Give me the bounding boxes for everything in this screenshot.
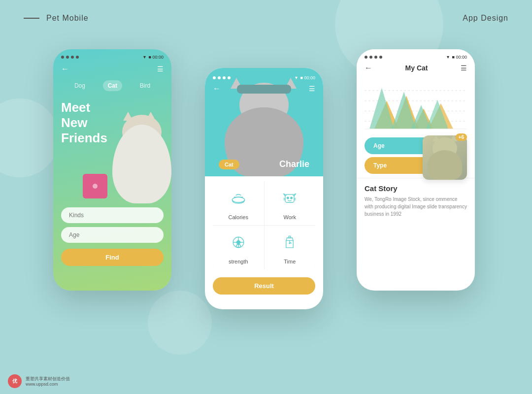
hero-line-3: Friends — [61, 131, 107, 145]
svg-rect-2 — [285, 195, 294, 202]
svg-marker-24 — [369, 88, 394, 129]
time-label: Time — [284, 259, 296, 264]
hero-line-2: New — [61, 115, 87, 130]
watermark-slogan: 重塑共享素材创造价值 — [26, 376, 70, 382]
bg-decoration-circle-3 — [148, 291, 212, 355]
bowl-svg — [230, 189, 247, 207]
chart-svg — [365, 80, 467, 131]
dot-4 — [76, 56, 79, 59]
activity-chart — [357, 76, 475, 135]
watermark: 优 重塑共享素材创造价值 www.uppsd.com — [8, 374, 70, 388]
signal-dots — [61, 56, 79, 59]
watermark-logo-text: 优 — [12, 378, 17, 385]
svg-point-15 — [289, 243, 290, 244]
svg-marker-25 — [392, 92, 416, 129]
grid-cell-time: Time — [265, 226, 316, 269]
hero-line-1: Meet — [61, 100, 90, 115]
status-bar-1: ▾ ■ 00:00 — [53, 49, 171, 62]
watermark-url: www.uppsd.com — [26, 382, 70, 387]
tab-bird[interactable]: Bird — [135, 80, 155, 91]
status-bar-3: ▾ ■ 00:00 — [357, 49, 475, 62]
dot2-2 — [218, 76, 221, 79]
cat-photo-inner — [423, 135, 467, 180]
wifi-icon-3: ▾ — [447, 54, 449, 60]
grid-cell-work: Work — [265, 181, 316, 225]
cat-work-icon — [281, 189, 299, 210]
calories-label: Calories — [229, 214, 248, 220]
time-icon — [281, 233, 299, 255]
grid-cell-strength: strength — [213, 226, 264, 269]
work-label: Work — [284, 214, 296, 220]
menu-icon-3[interactable]: ☰ — [461, 64, 467, 72]
page-header: Pet Mobile App Design — [0, 14, 532, 23]
info-cards: +6 Age Type — [357, 135, 475, 176]
status-bar-2: ▾ ■ 00:00 — [205, 73, 323, 82]
mycat-title: My Cat — [405, 64, 428, 72]
plus-badge: +6 — [456, 133, 467, 141]
back-button-1[interactable]: ← — [61, 65, 69, 73]
header-line-decoration — [24, 18, 39, 19]
hero-section-1: Meet New Friends — [53, 95, 171, 203]
status-right-2: ▾ ■ 00:00 — [295, 75, 315, 80]
dot-1 — [61, 56, 64, 59]
watermark-info: 重塑共享素材创造价值 www.uppsd.com — [26, 376, 70, 387]
phone2-header: ▾ ■ 00:00 ← ☰ Cat Charlie — [205, 68, 323, 176]
cat-svg — [281, 189, 299, 207]
dot2-1 — [213, 76, 216, 79]
battery-text-3: ■ 00:00 — [452, 55, 467, 60]
phone-2-detail: ▾ ■ 00:00 ← ☰ Cat Charlie — [205, 68, 323, 309]
dot-3 — [71, 56, 74, 59]
hero-title: Meet New Friends — [61, 100, 164, 146]
tab-cat[interactable]: Cat — [103, 80, 122, 91]
battery-text-2: ■ 00:00 — [300, 75, 315, 80]
nav-bar-1: ← ☰ — [53, 62, 171, 76]
back-button-3[interactable]: ← — [365, 64, 372, 72]
header-title: Pet Mobile — [46, 14, 89, 23]
cat-photo-3 — [423, 135, 467, 180]
cat-story-text: We, TongRo Image Stock, since ommence wi… — [365, 196, 467, 218]
wifi-icon: ▾ — [143, 54, 146, 60]
nav-bar-3: ← My Cat ☰ — [357, 62, 475, 76]
dot-2 — [66, 56, 69, 59]
cat-story-section: Cat Story We, TongRo Image Stock, since … — [357, 178, 475, 222]
phone-1-search: ▾ ■ 00:00 ← ☰ Dog Cat Bird Meet New Frie… — [53, 49, 171, 291]
time-svg — [281, 233, 299, 251]
tab-dog[interactable]: Dog — [69, 80, 90, 91]
wheel-icon — [230, 233, 247, 255]
svg-point-3 — [287, 197, 289, 199]
watermark-logo: 优 — [8, 374, 22, 388]
dot3-3 — [374, 56, 377, 59]
age-input[interactable] — [61, 227, 164, 243]
dot3-2 — [369, 56, 372, 59]
header-left: Pet Mobile — [24, 14, 89, 23]
find-button[interactable]: Find — [61, 249, 164, 266]
status-right-3: ▾ ■ 00:00 — [447, 54, 467, 60]
signal-dots-3 — [365, 56, 382, 59]
bg-decoration-circle-2 — [0, 98, 59, 177]
battery-text-1: ■ 00:00 — [149, 55, 164, 60]
svg-point-0 — [232, 197, 244, 202]
bowl-icon — [230, 189, 247, 210]
header-right-text: App Design — [463, 14, 508, 23]
info-grid: Calories Work — [213, 181, 315, 269]
strength-label: strength — [229, 259, 248, 264]
menu-icon-1[interactable]: ☰ — [157, 65, 164, 73]
form-section-1: Find — [53, 203, 171, 270]
menu-icon-2[interactable]: ☰ — [309, 85, 315, 93]
dot3-1 — [365, 56, 367, 59]
phone-3-mycat: ▾ ■ 00:00 ← My Cat ☰ — [357, 49, 475, 291]
svg-point-4 — [291, 197, 293, 199]
dot3-4 — [379, 56, 382, 59]
grid-cell-calories: Calories — [213, 181, 264, 225]
charlie-headband — [237, 85, 291, 94]
dot2-3 — [223, 76, 226, 79]
result-button[interactable]: Result — [213, 277, 315, 295]
status-right-1: ▾ ■ 00:00 — [143, 54, 164, 60]
charlie-name: Charlie — [279, 159, 309, 169]
small-cat-body — [428, 150, 462, 180]
wheel-svg — [230, 233, 247, 251]
gift-dot — [93, 184, 98, 189]
signal-dots-2 — [213, 76, 231, 79]
back-button-2[interactable]: ← — [213, 84, 221, 93]
kinds-input[interactable] — [61, 207, 164, 223]
